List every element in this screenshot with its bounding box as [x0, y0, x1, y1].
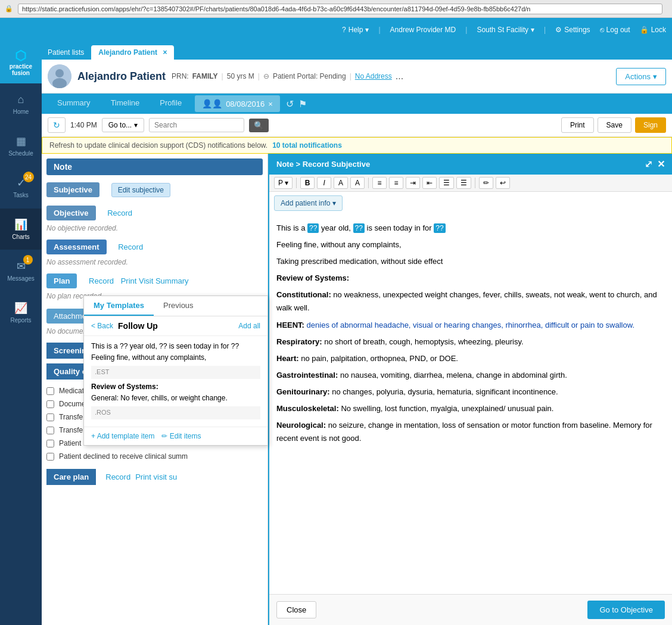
font-size-button[interactable]: A — [350, 177, 365, 189]
expand-icon[interactable]: ⤢ — [645, 158, 652, 170]
save-button[interactable]: Save — [598, 117, 631, 133]
lock-link[interactable]: 🔒 Lock — [640, 26, 666, 34]
template-line2: Feeling fine, without any complaints, — [91, 352, 260, 363]
assessment-record-link[interactable]: Record — [118, 242, 143, 251]
sidebar-item-tasks[interactable]: ✓ 24 Tasks — [0, 167, 42, 209]
align-right-button[interactable]: ☰ — [456, 177, 471, 189]
editor-toolbar: P ▾ B I A A ≡ ≡ ⇥ ⇤ ☰ ☰ ✏ ↩ — [269, 175, 672, 192]
patient-tabs-bar: Patient lists Alejandro Patient × — [42, 42, 672, 60]
reports-icon: 📈 — [14, 301, 27, 315]
no-address-link[interactable]: No Address — [355, 72, 392, 80]
unordered-list-button[interactable]: ≡ — [372, 177, 387, 189]
flag-icon[interactable]: ⚑ — [298, 98, 307, 110]
notification-count: 10 total notifications — [272, 141, 342, 150]
sidebar-item-messages[interactable]: ✉ 1 Messages — [0, 250, 42, 292]
print-button[interactable]: Print — [561, 117, 594, 133]
plan-record-link[interactable]: Record — [89, 276, 114, 285]
plan-print-link[interactable]: Print Visit Summary — [121, 276, 189, 285]
close-button[interactable]: Close — [276, 601, 316, 618]
charts-icon: 📊 — [14, 218, 27, 231]
undo-button[interactable]: ↩ — [496, 177, 510, 189]
logout-link[interactable]: ⎋ Log out — [600, 26, 630, 34]
current-patient-tab[interactable]: Alejandro Patient × — [91, 45, 174, 60]
time-display: 1:40 PM — [70, 121, 97, 129]
settings-link[interactable]: ⚙ Settings — [555, 26, 590, 34]
history-icon[interactable]: ↺ — [286, 98, 294, 110]
care-plan-print-link[interactable]: Print visit su — [135, 472, 177, 481]
checkbox-declined-clinical[interactable]: Patient declined to receive clinical sum… — [42, 450, 267, 463]
close-patient-tab-icon[interactable]: × — [163, 48, 167, 57]
close-encounter-icon[interactable]: × — [268, 99, 273, 108]
font-color-button[interactable]: A — [334, 177, 348, 189]
ordered-list-button[interactable]: ≡ — [389, 177, 403, 189]
close-panel-icon[interactable]: ✕ — [657, 158, 665, 170]
care-plan-section: Care plan Record Print visit su — [42, 467, 267, 487]
indent-decrease-button[interactable]: ⇤ — [422, 177, 437, 189]
align-left-button[interactable]: ☰ — [439, 177, 454, 189]
tab-my-templates[interactable]: My Templates — [84, 296, 154, 316]
editor-heent: HEENT: denies of abnormal headache, visu… — [276, 319, 665, 332]
back-button[interactable]: < Back — [91, 322, 113, 330]
lock-icon: 🔒 — [5, 5, 13, 13]
edit-items-link[interactable]: ✏ Edit items — [161, 432, 201, 440]
goto-button[interactable]: Go to... ▾ — [102, 118, 144, 132]
tab-profile[interactable]: Profile — [150, 94, 191, 114]
italic-button[interactable]: I — [317, 177, 331, 189]
chevron-down-icon: ▾ — [365, 26, 369, 34]
logout-icon: ⎋ — [600, 26, 604, 34]
add-template-item-link[interactable]: + Add template item — [91, 432, 154, 440]
add-all-button[interactable]: Add all — [238, 322, 260, 330]
bold-button[interactable]: B — [300, 177, 315, 189]
tab-previous[interactable]: Previous — [154, 296, 203, 316]
objective-header: Objective — [46, 206, 96, 220]
url-bar[interactable]: https://static.practicefusion.com/apps/e… — [18, 4, 662, 14]
more-options-btn[interactable]: ... — [396, 71, 403, 82]
sidebar-item-charts[interactable]: 📊 Charts — [0, 209, 42, 250]
encounter-tab[interactable]: 👤👤 08/08/2016 × — [195, 95, 280, 112]
provider-selector[interactable]: Andrew Provider MD — [390, 26, 456, 34]
patient-portal: Patient Portal: Pending — [273, 72, 346, 80]
search-button[interactable]: 🔍 — [249, 119, 269, 132]
help-menu[interactable]: ? Help ▾ — [342, 26, 369, 34]
age-gender: 50 yrs M — [227, 72, 254, 80]
refresh-button[interactable]: ↻ — [48, 117, 66, 133]
editor-content[interactable]: This is a ?? year old, ?? is seen today … — [269, 214, 672, 594]
template-tabs: My Templates Previous — [84, 296, 267, 316]
chevron-down-icon: ▾ — [332, 199, 336, 207]
tab-summary[interactable]: Summary — [48, 94, 100, 114]
patient-meta: PRN: FAMILY | 50 yrs M | ⊖ Patient Porta… — [172, 71, 403, 82]
care-plan-record-link[interactable]: Record — [105, 472, 130, 481]
search-input[interactable] — [149, 118, 244, 132]
subjective-section: Subjective Edit subjective — [42, 180, 267, 200]
lock-icon: 🔒 — [640, 26, 649, 34]
sidebar-item-reports[interactable]: 📈 Reports — [0, 292, 42, 334]
editor-heart: Heart: no pain, palpitation, orthopnea, … — [276, 352, 665, 365]
add-patient-info-area: Add patient info ▾ — [269, 192, 672, 214]
patient-info-bar: Alejandro Patient PRN: FAMILY | 50 yrs M… — [42, 60, 672, 94]
add-patient-info-button[interactable]: Add patient info ▾ — [274, 195, 343, 211]
editor-gu: Genitourinary: no changes, polyuria, dys… — [276, 385, 665, 399]
editor-musculo: Musculoskeletal: No swelling, lost funct… — [276, 402, 665, 415]
indent-increase-button[interactable]: ⇥ — [406, 177, 420, 189]
tasks-icon-wrap: ✓ 24 — [17, 176, 26, 189]
tab-timeline[interactable]: Timeline — [101, 94, 150, 114]
right-panel-header: Note > Record Subjective ⤢ ✕ — [269, 154, 672, 175]
editor-gi: Gastrointestinal: no nausea, vomiting, d… — [276, 369, 665, 382]
edit-subjective-button[interactable]: Edit subjective — [111, 183, 170, 197]
goto-objective-button[interactable]: Go to Objective — [587, 601, 665, 619]
subjective-header: Subjective — [46, 182, 99, 197]
patient-lists-tab[interactable]: Patient lists — [48, 48, 84, 57]
facility-selector[interactable]: South St Facility ▾ — [477, 26, 534, 34]
objective-record-link[interactable]: Record — [107, 209, 132, 217]
sidebar-item-home[interactable]: ⌂ Home — [0, 83, 42, 125]
editor-neuro: Neurological: no seizure, change in ment… — [276, 419, 665, 445]
sign-button[interactable]: Sign — [635, 117, 666, 133]
sidebar-item-schedule[interactable]: ▦ Schedule — [0, 125, 42, 167]
edit-button[interactable]: ✏ — [479, 177, 493, 189]
objective-section: Objective Record No objective recorded. — [42, 203, 267, 235]
note-header: Note — [46, 158, 263, 175]
actions-button[interactable]: Actions ▾ — [616, 68, 666, 85]
template-section1: .EST — [91, 366, 260, 379]
paragraph-dropdown[interactable]: P ▾ — [274, 177, 293, 189]
placeholder-2: ?? — [353, 223, 365, 233]
